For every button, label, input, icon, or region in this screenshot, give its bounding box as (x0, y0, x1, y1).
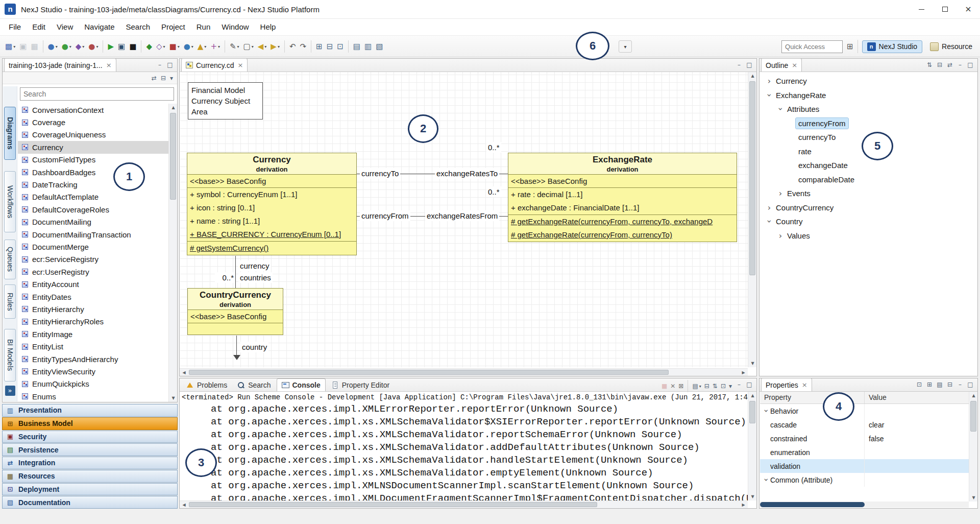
console-output[interactable]: <terminated> Run Scheme Console - Develo… (180, 392, 748, 501)
model-list-item[interactable]: EntityViewSecurity (18, 365, 168, 377)
uml-class-exchange-rate[interactable]: ExchangeRate derivation <<base>> BaseCon… (508, 153, 737, 242)
tab-console[interactable]: Console (277, 378, 326, 391)
maximize-view-icon[interactable]: □ (165, 61, 175, 69)
expand-chevron-icon[interactable] (765, 203, 773, 212)
pin-icon[interactable]: ⊡ (915, 380, 924, 389)
save-all-icon[interactable]: ▦ ▾ (29, 39, 40, 54)
wand-icon[interactable]: + ▾ (208, 39, 222, 54)
close-icon[interactable]: × (802, 381, 807, 389)
class-attribute[interactable]: + rate : decimal [1..1] (508, 188, 737, 201)
minimize-view-icon[interactable]: – (955, 61, 965, 69)
collapse-all-icon[interactable]: ⊟ (159, 73, 168, 83)
diagram-canvas[interactable]: Financial ModelCurrency SubjectArea curr… (180, 72, 748, 367)
model-list-item[interactable]: EnumQuickpicks (18, 378, 168, 390)
association-line-countries[interactable] (235, 256, 236, 288)
scroll-down-icon[interactable]: ▼ (748, 493, 757, 501)
property-value[interactable]: clear (865, 418, 969, 432)
outline-tree-item[interactable]: Country (760, 215, 977, 229)
layer-business-model[interactable]: ⊞ Business Model (2, 417, 178, 430)
toolbox-icon[interactable]: ■ ▾ (167, 39, 182, 54)
scroll-down-icon[interactable]: ▼ (969, 494, 978, 502)
tab-property-editor[interactable]: Property Editor (327, 378, 394, 391)
layer-security[interactable]: ▣ Security (2, 431, 178, 443)
publish-icon[interactable]: ◇ ▾ (154, 39, 167, 54)
minimize-window-button[interactable] (910, 0, 933, 18)
scroll-up-icon[interactable]: ▲ (169, 104, 178, 111)
expand-chevron-icon[interactable] (762, 476, 771, 484)
outline-tree-item[interactable]: Currency (760, 74, 977, 88)
expand-chevron-icon[interactable] (776, 105, 786, 113)
close-window-button[interactable]: × (957, 0, 980, 18)
class-attribute[interactable]: + symbol : CurrencyEnum [1..1] (187, 188, 356, 201)
remove-all-launches-icon[interactable]: ⊠ ▾ (677, 381, 685, 391)
save-icon[interactable]: ▣ ▾ (17, 39, 29, 54)
clear-console-icon[interactable]: ⊟ ▾ (703, 381, 711, 391)
scroll-down-icon[interactable]: ▼ (169, 394, 178, 402)
close-icon[interactable]: × (106, 61, 112, 69)
scroll-left-icon[interactable]: ◀ (180, 369, 188, 376)
class-attribute[interactable]: + BASE_CURRENCY : CurrencyEnum [0..1] (187, 228, 356, 241)
class-operation[interactable]: # getExchangeRate(currencyFrom, currency… (508, 215, 737, 228)
pin-console-icon[interactable]: ⊡ ▾ (719, 381, 727, 391)
chevron-down-icon[interactable]: ▾ (264, 44, 266, 49)
menu-help[interactable]: Help (255, 20, 282, 34)
layer-persistence[interactable]: ▤ Persistence (2, 443, 178, 456)
model-list-item[interactable]: DateTracking (18, 178, 168, 190)
property-value[interactable] (865, 459, 969, 473)
scroll-up-icon[interactable]: ▲ (748, 392, 757, 399)
model-list-item[interactable]: DocumentMailing (18, 216, 168, 228)
undo-icon[interactable]: ↶ ▾ (287, 39, 298, 54)
merge-icon[interactable]: ⊟ ▾ (325, 39, 335, 54)
scroll-lock-icon[interactable]: ⇅ ▾ (711, 381, 719, 391)
menu-run[interactable]: Run (191, 20, 216, 34)
property-value[interactable] (865, 445, 969, 459)
side-tab-bi-models[interactable]: BI Models (4, 329, 16, 382)
model-list-item[interactable]: EntityHierarchyRoles (18, 316, 168, 328)
open-perspective-icon[interactable]: ⊞ (847, 42, 853, 51)
link-with-editor-icon[interactable]: ⇄ (945, 61, 954, 69)
close-icon[interactable]: × (792, 61, 797, 69)
chevron-down-icon[interactable]: ▾ (278, 44, 280, 49)
layer-integration[interactable]: ⇄ Integration (2, 457, 178, 469)
expand-chevron-icon[interactable] (765, 91, 774, 99)
model-list-item[interactable]: Currency (18, 141, 168, 153)
maximize-view-icon[interactable]: □ (745, 380, 754, 389)
deploy-icon[interactable]: ◆ ▾ (144, 39, 154, 54)
chevron-down-icon[interactable]: ▾ (252, 44, 254, 49)
scrollbar-thumb[interactable] (970, 401, 976, 432)
property-row[interactable]: Common (Attribute) (760, 473, 969, 487)
scroll-up-icon[interactable]: ▲ (748, 72, 757, 80)
property-row[interactable]: cascade clear (760, 418, 969, 432)
maximize-view-icon[interactable]: □ (966, 380, 975, 389)
quick-access-input[interactable] (781, 40, 843, 53)
model-list-item[interactable]: EntityAccount (18, 278, 168, 290)
outline-tree-item[interactable]: exchangeDate (760, 158, 977, 173)
refresh-icon[interactable]: ⊡ ▾ (335, 39, 346, 54)
class-operation[interactable]: # getSystemCurrency() (187, 242, 356, 255)
chevron-down-icon[interactable]: ▾ (96, 44, 98, 49)
scrollbar-thumb[interactable] (189, 370, 669, 375)
chevron-down-icon[interactable]: ▾ (13, 44, 15, 49)
outline-tree-item[interactable]: comparableDate (760, 173, 977, 187)
chevron-down-icon[interactable]: ▾ (204, 44, 206, 49)
chevron-down-icon[interactable]: ▾ (178, 44, 180, 49)
model-list-item[interactable]: ConversationContext (18, 104, 168, 116)
layer-resources[interactable]: ▦ Resources (2, 470, 178, 483)
scrollbar-thumb[interactable] (189, 502, 597, 507)
show-console-icon[interactable]: ▤ ▾ (691, 381, 702, 391)
scroll-up-icon[interactable]: ▲ (969, 392, 978, 399)
chart-view-icon[interactable]: ▧ ▾ (374, 39, 385, 54)
link-with-editor-icon[interactable]: ⇄ (150, 73, 159, 83)
model-list-item[interactable]: DocumentMailingTransaction (18, 228, 168, 241)
chevron-down-icon[interactable]: ▾ (191, 44, 193, 49)
diagram-note[interactable]: Financial ModelCurrency SubjectArea (188, 82, 263, 120)
menu-view[interactable]: View (51, 20, 79, 34)
model-list-item[interactable]: DocumentMerge (18, 241, 168, 253)
minimize-view-icon[interactable]: – (734, 61, 744, 69)
property-row[interactable]: validation (760, 459, 969, 473)
collapse-all-icon[interactable]: ⊟ (935, 61, 944, 69)
model-list-item[interactable]: Coverage (18, 116, 168, 128)
outline-tree-item[interactable]: Values (760, 229, 977, 243)
side-tab-queues[interactable]: Queues (4, 240, 16, 279)
collapse-all-icon[interactable]: ⊟ (945, 380, 954, 389)
